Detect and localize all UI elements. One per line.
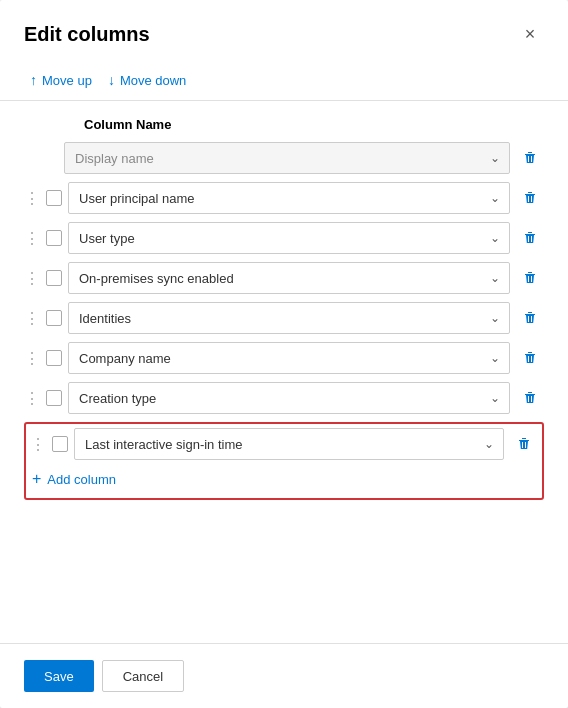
display-name-select-wrapper: Display name ⌄: [64, 142, 510, 174]
drag-handle-icon[interactable]: ⋮: [24, 189, 40, 208]
checkbox-last-signin[interactable]: [52, 436, 68, 452]
arrow-up-icon: ↑: [30, 72, 37, 88]
trash-icon: [522, 390, 538, 406]
dialog-footer: Save Cancel: [0, 643, 568, 708]
column-row-creation-type: ⋮ Creation type ⌄: [24, 382, 544, 414]
select-user-principal-name[interactable]: User principal name: [68, 182, 510, 214]
checkbox-identities[interactable]: [46, 310, 62, 326]
toolbar: ↑ Move up ↓ Move down: [0, 60, 568, 101]
trash-icon: [516, 436, 532, 452]
delete-user-type-button[interactable]: [516, 224, 544, 252]
edit-columns-dialog: Edit columns × ↑ Move up ↓ Move down Col…: [0, 0, 568, 708]
select-last-signin[interactable]: Last interactive sign-in time: [74, 428, 504, 460]
drag-handle-icon[interactable]: ⋮: [24, 349, 40, 368]
add-column-label: Add column: [47, 472, 116, 487]
delete-identities-button[interactable]: [516, 304, 544, 332]
column-row-last-signin: ⋮ Last interactive sign-in time ⌄: [30, 428, 538, 460]
column-name-header: Column Name: [24, 117, 544, 132]
delete-display-name-button[interactable]: [516, 144, 544, 172]
trash-icon: [522, 270, 538, 286]
column-row-on-premises-sync: ⋮ On-premises sync enabled ⌄: [24, 262, 544, 294]
delete-on-premises-sync-button[interactable]: [516, 264, 544, 292]
close-icon: ×: [525, 24, 536, 45]
select-on-premises-sync[interactable]: On-premises sync enabled: [68, 262, 510, 294]
select-company-name[interactable]: Company name: [68, 342, 510, 374]
checkbox-user-principal-name[interactable]: [46, 190, 62, 206]
drag-handle-icon[interactable]: ⋮: [24, 389, 40, 408]
display-name-select[interactable]: Display name: [64, 142, 510, 174]
plus-icon: +: [32, 470, 41, 488]
column-row-identities: ⋮ Identities ⌄: [24, 302, 544, 334]
move-down-button[interactable]: ↓ Move down: [102, 68, 192, 92]
delete-creation-type-button[interactable]: [516, 384, 544, 412]
columns-list-area: Column Name Display name ⌄ ⋮ User princi…: [0, 101, 568, 643]
close-button[interactable]: ×: [516, 20, 544, 48]
checkbox-company-name[interactable]: [46, 350, 62, 366]
arrow-down-icon: ↓: [108, 72, 115, 88]
highlighted-section: ⋮ Last interactive sign-in time ⌄ + Ad: [24, 422, 544, 500]
drag-handle-icon[interactable]: ⋮: [30, 435, 46, 454]
drag-handle-icon[interactable]: ⋮: [24, 229, 40, 248]
checkbox-creation-type[interactable]: [46, 390, 62, 406]
dialog-header: Edit columns ×: [0, 0, 568, 60]
column-row-user-principal-name: ⋮ User principal name ⌄: [24, 182, 544, 214]
checkbox-user-type[interactable]: [46, 230, 62, 246]
trash-icon: [522, 310, 538, 326]
select-wrapper-creation-type: Creation type ⌄: [68, 382, 510, 414]
cancel-button[interactable]: Cancel: [102, 660, 184, 692]
select-wrapper-last-signin: Last interactive sign-in time ⌄: [74, 428, 504, 460]
move-up-button[interactable]: ↑ Move up: [24, 68, 98, 92]
select-user-type[interactable]: User type: [68, 222, 510, 254]
select-identities[interactable]: Identities: [68, 302, 510, 334]
column-row-user-type: ⋮ User type ⌄: [24, 222, 544, 254]
delete-user-principal-name-button[interactable]: [516, 184, 544, 212]
column-row-company-name: ⋮ Company name ⌄: [24, 342, 544, 374]
drag-handle-icon[interactable]: ⋮: [24, 309, 40, 328]
drag-handle-icon[interactable]: ⋮: [24, 269, 40, 288]
move-up-label: Move up: [42, 73, 92, 88]
select-wrapper-on-premises-sync: On-premises sync enabled ⌄: [68, 262, 510, 294]
trash-icon: [522, 190, 538, 206]
delete-last-signin-button[interactable]: [510, 430, 538, 458]
select-creation-type[interactable]: Creation type: [68, 382, 510, 414]
select-wrapper-company-name: Company name ⌄: [68, 342, 510, 374]
checkbox-on-premises-sync[interactable]: [46, 270, 62, 286]
delete-company-name-button[interactable]: [516, 344, 544, 372]
add-column-button[interactable]: + Add column: [30, 464, 118, 494]
save-button[interactable]: Save: [24, 660, 94, 692]
move-down-label: Move down: [120, 73, 186, 88]
select-wrapper-identities: Identities ⌄: [68, 302, 510, 334]
dialog-title: Edit columns: [24, 23, 150, 46]
trash-icon: [522, 150, 538, 166]
column-row-display-name: Display name ⌄: [24, 142, 544, 174]
select-wrapper-user-type: User type ⌄: [68, 222, 510, 254]
select-wrapper-user-principal-name: User principal name ⌄: [68, 182, 510, 214]
trash-icon: [522, 350, 538, 366]
trash-icon: [522, 230, 538, 246]
